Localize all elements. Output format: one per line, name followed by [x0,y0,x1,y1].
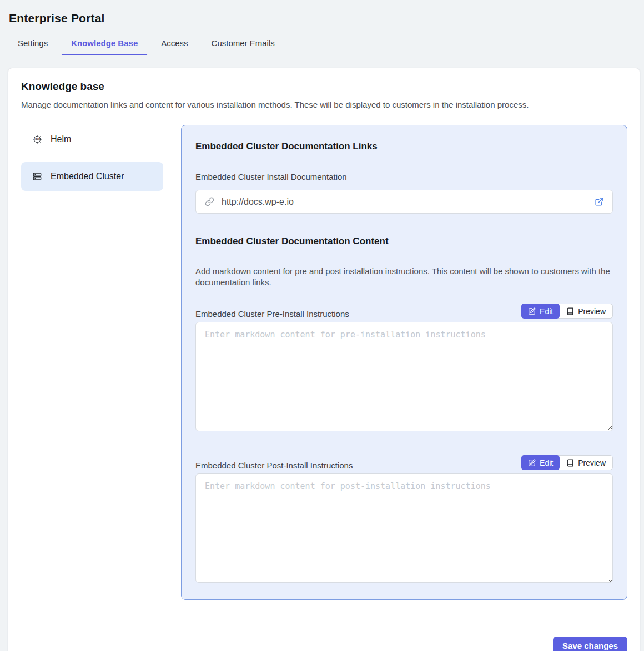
pre-install-textarea[interactable] [195,322,613,431]
server-stack-icon [32,171,42,181]
content-section-description: Add markdown content for pre and post in… [195,266,613,288]
sidebar-item-embedded-cluster[interactable]: Embedded Cluster [21,162,163,191]
knowledge-base-card: Knowledge base Manage documentation link… [8,68,640,651]
content-row: HELM Helm Embedded Cluster E [21,125,627,600]
edit-mode-button[interactable]: Edit [521,455,560,470]
tab-access[interactable]: Access [152,32,197,55]
post-install-mode-toggle: Edit Preview [521,455,613,470]
install-doc-url-input[interactable] [222,197,587,207]
link-icon [205,197,214,206]
install-method-nav: HELM Helm Embedded Cluster [21,125,163,199]
card-description: Manage documentation links and content f… [21,100,627,109]
post-install-textarea[interactable] [195,473,613,583]
edit-mode-button[interactable]: Edit [521,304,560,319]
tab-customer-emails[interactable]: Customer Emails [202,32,284,55]
edit-button-label: Edit [540,458,553,467]
sidebar-item-helm[interactable]: HELM Helm [21,125,163,154]
open-link-button[interactable] [595,197,604,206]
sidebar-item-label: Helm [51,134,71,144]
content-section-heading: Embedded Cluster Documentation Content [195,236,613,247]
post-install-editor: Embedded Cluster Post-Install Instructio… [195,455,613,585]
edit-pencil-icon [528,307,536,315]
book-icon [566,307,574,315]
embedded-cluster-panel: Embedded Cluster Documentation Links Emb… [181,125,627,600]
card-footer: Save changes [21,637,627,651]
install-doc-field [195,190,613,214]
post-install-label: Embedded Cluster Post-Install Instructio… [195,461,353,470]
svg-text:HELM: HELM [34,138,41,140]
install-doc-label: Embedded Cluster Install Documentation [195,172,613,181]
tab-knowledge-base[interactable]: Knowledge Base [62,32,147,55]
external-link-icon [595,197,604,206]
preview-button-label: Preview [578,307,606,316]
tab-bar: Settings Knowledge Base Access Customer … [8,32,635,55]
helm-logo-icon: HELM [32,134,42,144]
edit-button-label: Edit [540,307,553,316]
card-title: Knowledge base [21,80,627,93]
preview-mode-button[interactable]: Preview [560,304,612,318]
app-header: Enterprise Portal [0,0,644,25]
links-section-heading: Embedded Cluster Documentation Links [195,141,613,152]
page-title: Enterprise Portal [9,12,635,25]
save-changes-button[interactable]: Save changes [553,637,627,651]
pre-install-label: Embedded Cluster Pre-Install Instruction… [195,309,349,319]
preview-button-label: Preview [578,458,606,467]
sidebar-item-label: Embedded Cluster [51,171,124,181]
book-icon [566,459,574,467]
pre-install-mode-toggle: Edit Preview [521,304,613,319]
preview-mode-button[interactable]: Preview [560,456,612,470]
edit-pencil-icon [528,459,536,467]
tab-settings[interactable]: Settings [8,32,57,55]
pre-install-editor: Embedded Cluster Pre-Install Instruction… [195,304,613,451]
